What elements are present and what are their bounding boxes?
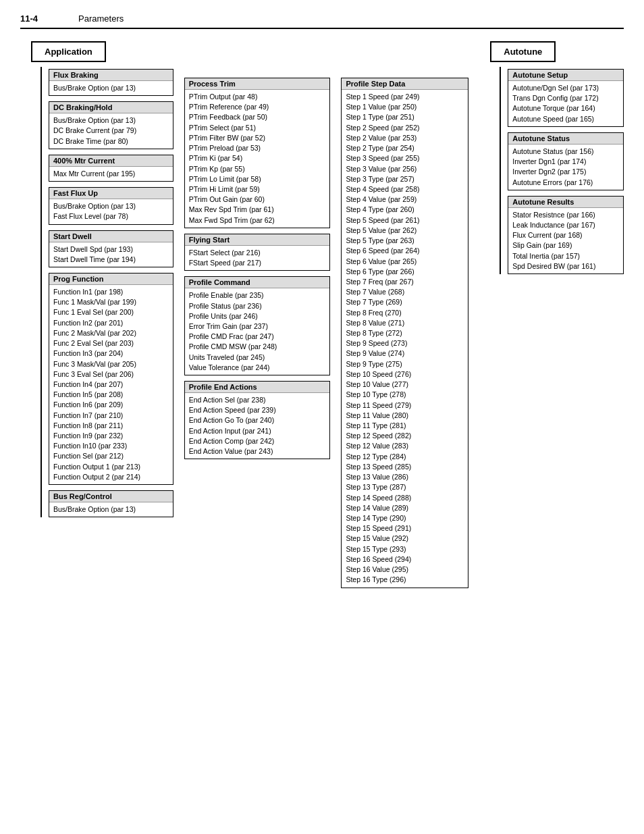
flying-start-body: FStart Select (par 216) FStart Speed (pa… — [185, 246, 330, 270]
autotune-results-body: Stator Resistnce (par 166) Leak Inductan… — [508, 208, 623, 273]
autotune-setup-group: Autotune Setup Autotune/Dgn Sel (par 173… — [508, 69, 624, 127]
prog-function-group: Prog Function Function In1 (par 198) Fun… — [49, 273, 173, 485]
mtr-current-body: Max Mtr Current (par 195) — [49, 167, 173, 181]
application-label: Application — [31, 41, 106, 62]
dc-braking-body: Bus/Brake Option (par 13) DC Brake Curre… — [49, 113, 173, 149]
profile-step-data-header: Profile Step Data — [342, 78, 468, 90]
flying-start-group: Flying Start FStart Select (par 216) FSt… — [184, 234, 331, 271]
fast-flux-header: Fast Flux Up — [49, 188, 173, 199]
dc-braking-group: DC Braking/Hold Bus/Brake Option (par 13… — [49, 101, 173, 149]
profile-command-group: Profile Command Profile Enable (par 235)… — [184, 276, 331, 375]
autotune-status-group: Autotune Status Autotune Status (par 156… — [508, 132, 624, 190]
start-dwell-body: Start Dwell Spd (par 193) Start Dwell Ti… — [49, 242, 173, 267]
page-section: Parameters — [78, 14, 124, 24]
profile-end-actions-body: End Action Sel (par 238) End Action Spee… — [185, 393, 330, 459]
page: 11-4 Parameters Application Flux Brakin — [0, 0, 644, 607]
page-number: 11-4 — [20, 14, 38, 24]
autotune-results-group: Autotune Results Stator Resistnce (par 1… — [508, 196, 624, 274]
process-trim-header: Process Trim — [185, 78, 330, 90]
autotune-label: Autotune — [490, 41, 556, 62]
profile-end-actions-header: Profile End Actions — [185, 382, 330, 393]
bus-reg-body: Bus/Brake Option (par 13) — [49, 502, 173, 517]
profile-step-data-group: Profile Step Data Step 1 Speed (par 249)… — [341, 78, 468, 588]
process-trim-group: Process Trim PTrim Output (par 48) PTrim… — [184, 78, 331, 228]
profile-command-header: Profile Command — [185, 277, 330, 288]
profile-step-data-body: Step 1 Speed (par 249) Step 1 Value (par… — [342, 90, 468, 588]
application-section: Application Flux Braking Bus/Brake Optio… — [20, 41, 173, 523]
flying-start-header: Flying Start — [185, 234, 330, 246]
dc-braking-header: DC Braking/Hold — [49, 102, 173, 113]
mtr-current-header: 400% Mtr Current — [49, 155, 173, 167]
flux-braking-group: Flux Braking Bus/Brake Option (par 13) — [49, 69, 173, 96]
autotune-setup-header: Autotune Setup — [508, 70, 623, 81]
autotune-status-body: Autotune Status (par 156) Inverter Dgn1 … — [508, 145, 623, 190]
flux-braking-body: Bus/Brake Option (par 13) — [49, 81, 173, 95]
prog-function-body: Function In1 (par 198) Func 1 Mask/Val (… — [49, 285, 173, 484]
start-dwell-header: Start Dwell — [49, 231, 173, 242]
fast-flux-group: Fast Flux Up Bus/Brake Option (par 13) F… — [49, 187, 173, 224]
process-trim-body: PTrim Output (par 48) PTrim Reference (p… — [185, 90, 330, 228]
page-header: 11-4 Parameters — [20, 14, 624, 29]
profile-command-body: Profile Enable (par 235) Profile Status … — [185, 288, 330, 375]
prog-function-header: Prog Function — [49, 273, 173, 285]
bus-reg-header: Bus Reg/Control — [49, 491, 173, 502]
profile-end-actions-group: Profile End Actions End Action Sel (par … — [184, 381, 331, 459]
autotune-results-header: Autotune Results — [508, 197, 623, 208]
profile-step-section: Profile Step Data Step 1 Speed (par 249)… — [341, 78, 468, 594]
start-dwell-group: Start Dwell Start Dwell Spd (par 193) St… — [49, 230, 173, 267]
autotune-section: Autotune Autotune Setup Autotune/Dgn Sel… — [479, 41, 624, 280]
middle-section: Process Trim PTrim Output (par 48) PTrim… — [184, 78, 331, 465]
bus-reg-group: Bus Reg/Control Bus/Brake Option (par 13… — [49, 490, 173, 517]
autotune-status-header: Autotune Status — [508, 133, 623, 145]
fast-flux-body: Bus/Brake Option (par 13) Fast Flux Leve… — [49, 199, 173, 224]
mtr-current-group: 400% Mtr Current Max Mtr Current (par 19… — [49, 155, 173, 182]
autotune-setup-body: Autotune/Dgn Sel (par 173) Trans Dgn Con… — [508, 81, 623, 126]
flux-braking-header: Flux Braking — [49, 70, 173, 81]
